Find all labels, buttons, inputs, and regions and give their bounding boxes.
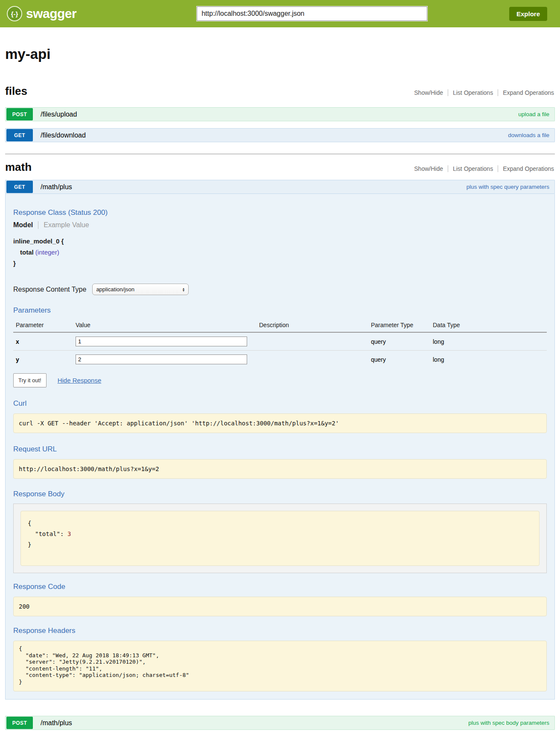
col-header-description: Description	[257, 318, 368, 332]
response-content-type-row: Response Content Type application/json ▲…	[13, 284, 547, 295]
parameters-title: Parameters	[13, 306, 547, 315]
col-header-parameter-type: Parameter Type	[368, 318, 430, 332]
param-y-input[interactable]	[76, 354, 247, 364]
curl-command: curl -X GET --header 'Accept: applicatio…	[13, 413, 547, 433]
json-open-brace: {	[28, 520, 31, 527]
json-line: "total": 3	[28, 530, 71, 537]
param-description	[257, 351, 368, 369]
endpoint-path[interactable]: /math/plus	[41, 719, 72, 727]
operation-content: Response Class (Status 200) Model Exampl…	[5, 194, 555, 700]
swagger-logo-icon: {-}	[7, 6, 22, 21]
section-divider	[5, 153, 555, 155]
method-badge-post: POST	[6, 717, 33, 729]
endpoint-summary-link[interactable]: plus with spec body parameters	[468, 720, 549, 726]
method-badge-get: GET	[6, 129, 33, 141]
response-content-type-label: Response Content Type	[13, 286, 86, 293]
col-header-parameter: Parameter	[13, 318, 73, 332]
json-separator: :	[60, 530, 67, 537]
endpoint-row-math-plus-post[interactable]: POST /math/plus plus with spec body para…	[5, 716, 555, 730]
response-code-title: Response Code	[13, 583, 547, 591]
param-data-type: long	[430, 351, 547, 369]
endpoint-row-files-upload[interactable]: POST /files/upload upload a file	[5, 107, 555, 121]
operation-get-math-plus: GET /math/plus plus with spec query para…	[5, 180, 555, 700]
endpoint-row-files-download[interactable]: GET /files/download downloads a file	[5, 128, 555, 142]
select-stepper-icon: ▲▼	[182, 287, 185, 292]
endpoint-path[interactable]: /files/download	[41, 132, 86, 139]
response-content-type-select[interactable]: application/json ▲▼	[92, 284, 189, 295]
try-it-out-button[interactable]: Try it out!	[13, 373, 47, 387]
col-header-value: Value	[73, 318, 257, 332]
parameters-table: Parameter Value Description Parameter Ty…	[13, 318, 547, 368]
tab-example-value[interactable]: Example Value	[38, 221, 89, 229]
explore-button[interactable]: Explore	[509, 7, 547, 21]
endpoint-summary-link[interactable]: plus with spec query parameters	[467, 184, 549, 190]
math-section-header: math Show/Hide List Operations Expand Op…	[5, 161, 555, 174]
page-title: my-api	[5, 46, 555, 62]
json-close-brace: }	[28, 541, 31, 548]
files-section-links: Show/Hide List Operations Expand Operati…	[409, 89, 555, 96]
col-header-data-type: Data Type	[430, 318, 547, 332]
section-title-math[interactable]: math	[5, 161, 32, 174]
table-row-param-x: x query long	[13, 332, 547, 351]
response-content-type-value: application/json	[96, 286, 134, 293]
endpoint-summary-link[interactable]: downloads a file	[508, 132, 549, 138]
files-section-header: files Show/Hide List Operations Expand O…	[5, 85, 555, 98]
request-url-title: Request URL	[13, 445, 547, 454]
spec-url-input[interactable]	[197, 6, 427, 21]
endpoint-path[interactable]: /files/upload	[41, 111, 77, 118]
endpoint-row-math-plus-get[interactable]: GET /math/plus plus with spec query para…	[5, 180, 555, 194]
table-row-param-y: y query long	[13, 351, 547, 369]
param-name: x	[13, 332, 73, 351]
show-hide-link[interactable]: Show/Hide	[409, 165, 448, 172]
json-value: 3	[67, 530, 71, 537]
model-property: total (integer)	[13, 247, 547, 258]
endpoint-path[interactable]: /math/plus	[41, 183, 72, 191]
parameters-table-header-row: Parameter Value Description Parameter Ty…	[13, 318, 547, 332]
response-headers-value: { "date": "Wed, 22 Aug 2018 18:49:13 GMT…	[13, 641, 547, 691]
param-type: query	[368, 351, 430, 369]
response-headers-title: Response Headers	[13, 627, 547, 635]
section-title-files[interactable]: files	[5, 85, 27, 98]
tab-model[interactable]: Model	[13, 221, 33, 229]
try-row: Try it out! Hide Response	[13, 373, 547, 387]
response-class-title: Response Class (Status 200)	[13, 208, 547, 217]
swagger-logo[interactable]: {-} swagger	[7, 6, 76, 21]
curl-title: Curl	[13, 399, 547, 408]
model-property-type: (integer)	[35, 249, 59, 256]
model-close-brace: }	[13, 258, 547, 269]
expand-operations-link[interactable]: Expand Operations	[498, 89, 555, 96]
hide-response-link[interactable]: Hide Response	[58, 377, 102, 384]
list-operations-link[interactable]: List Operations	[448, 165, 498, 172]
response-body-value: { "total": 3 }	[20, 511, 540, 566]
method-badge-get: GET	[6, 181, 33, 193]
show-hide-link[interactable]: Show/Hide	[409, 89, 448, 96]
top-header-bar: {-} swagger Explore	[0, 0, 560, 27]
param-description	[257, 332, 368, 351]
response-code-value: 200	[13, 597, 547, 616]
list-operations-link[interactable]: List Operations	[448, 89, 498, 96]
model-tabs: Model Example Value	[13, 221, 547, 229]
json-key: "total"	[35, 530, 60, 537]
response-body-container: { "total": 3 }	[13, 504, 547, 573]
param-name: y	[13, 351, 73, 369]
model-signature: inline_model_0 { total (integer) }	[13, 236, 547, 269]
endpoint-summary-link[interactable]: upload a file	[518, 111, 549, 117]
request-url-value: http://localhost:3000/math/plus?x=1&y=2	[13, 459, 547, 479]
param-data-type: long	[430, 332, 547, 351]
param-x-input[interactable]	[76, 337, 247, 346]
model-property-name: total	[20, 249, 34, 256]
param-type: query	[368, 332, 430, 351]
brand-title: swagger	[26, 6, 76, 21]
expand-operations-link[interactable]: Expand Operations	[498, 165, 555, 172]
math-section-links: Show/Hide List Operations Expand Operati…	[409, 165, 555, 172]
method-badge-post: POST	[6, 108, 33, 120]
response-body-title: Response Body	[13, 490, 547, 498]
model-name: inline_model_0 {	[13, 236, 547, 247]
